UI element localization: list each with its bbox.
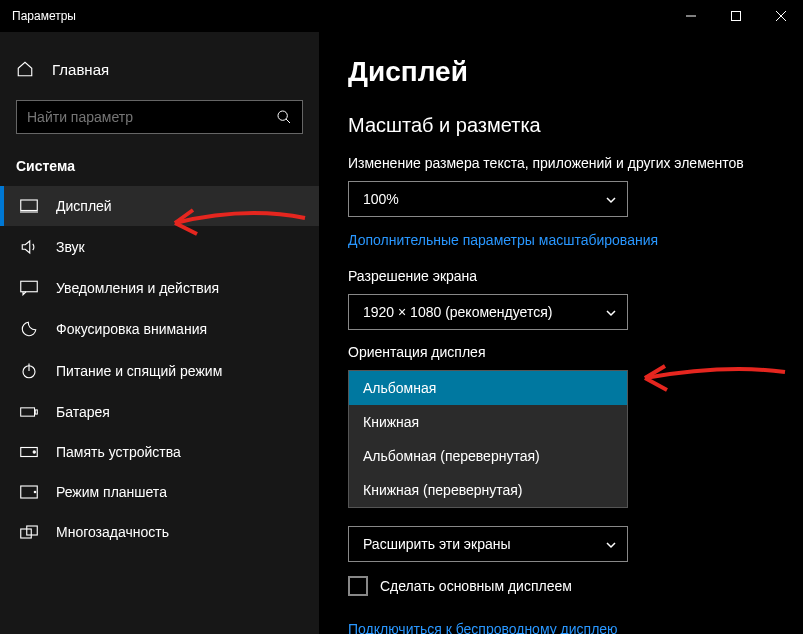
search-field[interactable]: [27, 109, 276, 125]
sidebar-item-power[interactable]: Питание и спящий режим: [0, 350, 319, 392]
sidebar: Главная Система Дисплей Звук Уведомления…: [0, 32, 320, 634]
battery-icon: [20, 406, 38, 418]
minimize-button[interactable]: [668, 0, 713, 32]
advanced-scale-link[interactable]: Дополнительные параметры масштабирования: [348, 232, 658, 248]
page-title: Дисплей: [348, 56, 781, 88]
scale-heading: Масштаб и разметка: [348, 114, 781, 137]
orientation-option[interactable]: Альбомная: [349, 371, 627, 405]
orientation-select-open[interactable]: Альбомная Книжная Альбомная (перевернута…: [348, 370, 628, 508]
scale-select[interactable]: 100%: [348, 181, 628, 217]
sidebar-section-system: Система: [0, 152, 319, 186]
svg-rect-6: [21, 200, 38, 211]
multidisplay-select[interactable]: Расширить эти экраны: [348, 526, 628, 562]
sidebar-item-label: Звук: [56, 239, 85, 255]
sidebar-item-display[interactable]: Дисплей: [0, 186, 319, 226]
chevron-down-icon: [605, 193, 617, 205]
sidebar-item-label: Питание и спящий режим: [56, 363, 222, 379]
sidebar-item-label: Фокусировка внимания: [56, 321, 207, 337]
home-icon: [16, 60, 34, 78]
checkbox-icon: [348, 576, 368, 596]
svg-rect-12: [35, 410, 37, 414]
sidebar-item-label: Дисплей: [56, 198, 112, 214]
sidebar-item-tablet[interactable]: Режим планшета: [0, 472, 319, 512]
search-icon: [276, 109, 292, 125]
resolution-value: 1920 × 1080 (рекомендуется): [363, 304, 552, 320]
chevron-down-icon: [605, 538, 617, 550]
close-button[interactable]: [758, 0, 803, 32]
multidisplay-value: Расширить эти экраны: [363, 536, 511, 552]
power-icon: [20, 362, 38, 380]
svg-line-5: [286, 119, 290, 123]
orientation-label: Ориентация дисплея: [348, 344, 781, 360]
orientation-option[interactable]: Альбомная (перевернутая): [349, 439, 627, 473]
sidebar-item-battery[interactable]: Батарея: [0, 392, 319, 432]
search-input[interactable]: [16, 100, 303, 134]
wireless-display-link[interactable]: Подключиться к беспроводному дисплею: [348, 621, 618, 634]
sound-icon: [20, 238, 38, 256]
sidebar-item-focus[interactable]: Фокусировка внимания: [0, 308, 319, 350]
sidebar-item-label: Память устройства: [56, 444, 181, 460]
maximize-button[interactable]: [713, 0, 758, 32]
home-button[interactable]: Главная: [0, 50, 319, 88]
svg-rect-1: [731, 12, 740, 21]
svg-rect-11: [21, 408, 35, 416]
sidebar-item-label: Режим планшета: [56, 484, 167, 500]
window-title: Параметры: [12, 9, 76, 23]
orientation-option[interactable]: Книжная (перевернутая): [349, 473, 627, 507]
svg-rect-18: [27, 526, 38, 535]
svg-rect-8: [21, 281, 38, 292]
chevron-down-icon: [605, 306, 617, 318]
display-icon: [20, 199, 38, 213]
titlebar: Параметры: [0, 0, 803, 32]
sidebar-item-notifications[interactable]: Уведомления и действия: [0, 268, 319, 308]
notifications-icon: [20, 280, 38, 296]
make-primary-checkbox[interactable]: Сделать основным дисплеем: [348, 576, 781, 596]
window-controls: [668, 0, 803, 32]
resolution-select[interactable]: 1920 × 1080 (рекомендуется): [348, 294, 628, 330]
svg-point-4: [278, 111, 287, 120]
svg-point-16: [34, 491, 36, 493]
content: Дисплей Масштаб и разметка Изменение раз…: [320, 32, 803, 634]
tablet-icon: [20, 485, 38, 499]
storage-icon: [20, 446, 38, 458]
sidebar-item-label: Батарея: [56, 404, 110, 420]
sidebar-item-label: Уведомления и действия: [56, 280, 219, 296]
sidebar-item-multitask[interactable]: Многозадачность: [0, 512, 319, 552]
scale-label: Изменение размера текста, приложений и д…: [348, 155, 781, 171]
svg-point-14: [33, 451, 35, 453]
sidebar-item-storage[interactable]: Память устройства: [0, 432, 319, 472]
sidebar-item-label: Многозадачность: [56, 524, 169, 540]
focus-icon: [20, 320, 38, 338]
sidebar-item-sound[interactable]: Звук: [0, 226, 319, 268]
resolution-label: Разрешение экрана: [348, 268, 781, 284]
svg-rect-17: [21, 529, 32, 538]
orientation-option[interactable]: Книжная: [349, 405, 627, 439]
multitask-icon: [20, 525, 38, 539]
home-label: Главная: [52, 61, 109, 78]
make-primary-label: Сделать основным дисплеем: [380, 578, 572, 594]
scale-value: 100%: [363, 191, 399, 207]
